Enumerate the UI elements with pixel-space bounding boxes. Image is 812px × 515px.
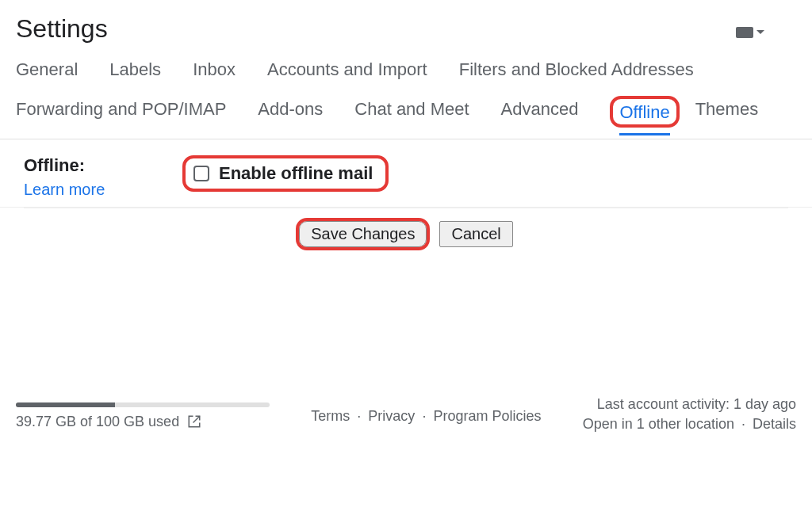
tab-filters[interactable]: Filters and Blocked Addresses: [459, 56, 694, 82]
storage-progress-track: [16, 402, 270, 407]
highlight-offline-tab: Offline: [610, 96, 679, 128]
tab-chat[interactable]: Chat and Meet: [354, 96, 469, 128]
open-locations-text: Open in 1 other location: [583, 416, 734, 432]
learn-more-link[interactable]: Learn more: [24, 181, 135, 199]
tab-inbox[interactable]: Inbox: [193, 56, 236, 82]
cancel-button[interactable]: Cancel: [439, 221, 512, 247]
details-link[interactable]: Details: [753, 416, 796, 432]
save-changes-button[interactable]: Save Changes: [299, 221, 427, 247]
open-in-new-icon[interactable]: [187, 414, 201, 429]
enable-offline-checkbox[interactable]: [193, 166, 209, 181]
tab-accounts[interactable]: Accounts and Import: [267, 56, 427, 82]
enable-offline-label: Enable offline mail: [219, 163, 373, 184]
tab-general[interactable]: General: [16, 56, 78, 82]
keyboard-icon: [736, 27, 753, 38]
storage-progress-fill: [16, 402, 115, 407]
tab-forwarding[interactable]: Forwarding and POP/IMAP: [16, 96, 226, 128]
policies-link[interactable]: Program Policies: [433, 408, 541, 424]
footer-activity: Last account activity: 1 day ago Open in…: [583, 396, 796, 436]
chevron-down-icon: [756, 30, 764, 34]
input-method-selector[interactable]: [736, 27, 764, 38]
page-title: Settings: [16, 14, 108, 44]
highlight-enable-offline: Enable offline mail: [182, 155, 389, 192]
tab-addons[interactable]: Add-ons: [258, 96, 323, 128]
tab-labels[interactable]: Labels: [109, 56, 161, 82]
terms-link[interactable]: Terms: [311, 408, 350, 424]
action-buttons: Save Changes Cancel: [24, 208, 788, 263]
offline-settings-section: Offline: Learn more Enable offline mail: [0, 139, 812, 208]
footer: 39.77 GB of 100 GB used Terms · Privacy …: [0, 396, 812, 436]
storage-text: 39.77 GB of 100 GB used: [16, 414, 179, 430]
tab-themes[interactable]: Themes: [695, 96, 758, 128]
tab-advanced[interactable]: Advanced: [501, 96, 579, 128]
privacy-link[interactable]: Privacy: [368, 408, 415, 424]
last-activity-text: Last account activity: 1 day ago: [583, 396, 796, 413]
settings-tabs: General Labels Inbox Accounts and Import…: [0, 56, 812, 139]
storage-meter: 39.77 GB of 100 GB used: [16, 402, 270, 430]
offline-label: Offline:: [24, 155, 85, 175]
tab-offline[interactable]: Offline: [619, 99, 669, 124]
footer-links: Terms · Privacy · Program Policies: [311, 408, 541, 425]
